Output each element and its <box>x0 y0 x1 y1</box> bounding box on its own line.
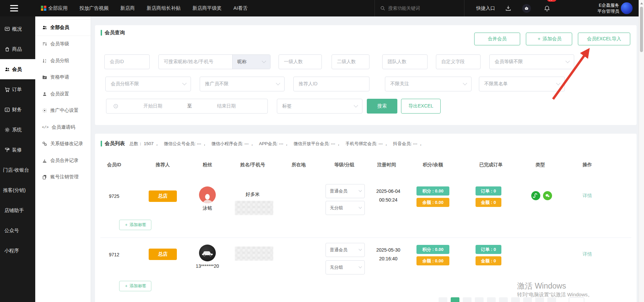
merge-members-button[interactable]: 合并会员 <box>474 33 520 45</box>
pagination-page[interactable] <box>487 297 496 302</box>
promoter-select[interactable]: 推广员不限 <box>200 77 285 91</box>
submenu-item-invite-code[interactable]: </> 会员邀请码 <box>35 119 91 136</box>
member-avatar[interactable] <box>199 186 216 203</box>
submenu-item-member-levels[interactable]: 会员等级 <box>35 36 91 53</box>
sidebar-item-distribution[interactable]: 推客(分销) <box>0 180 35 200</box>
balance-badge: 余额 : 0.00 <box>416 198 449 207</box>
submenu-item-relation-chain-log[interactable]: 关系链修改记录 <box>35 136 91 153</box>
pagination-page[interactable] <box>523 297 532 302</box>
add-tag-button[interactable]: ＋ 添加标签 <box>119 281 151 291</box>
nav-divider <box>375 0 375 16</box>
search-type-select[interactable]: 昵称 <box>232 55 270 69</box>
menu-item-group-subsidy[interactable]: 新店商组长补贴 <box>147 5 181 11</box>
search-button[interactable]: 搜索 <box>367 99 397 114</box>
sidebar-item-system[interactable]: 系统 <box>0 120 35 140</box>
referrer-id-input[interactable]: 推荐人ID <box>293 77 369 91</box>
follow-filter-select[interactable]: 不限关注 <box>385 77 472 91</box>
menu-item-new-shop[interactable]: 新店商 <box>120 5 135 11</box>
submenu-item-all-members[interactable]: 全部会员 <box>35 19 91 36</box>
scrollbar-up-arrow[interactable] <box>640 2 643 4</box>
submenu-item-member-groups[interactable]: AZ 会员分组 <box>35 52 91 69</box>
end-date-field[interactable]: 结束日期 <box>192 103 261 109</box>
reg-time: 00:50:24 <box>379 197 398 203</box>
date-range-picker[interactable]: 开始日期 至 结束日期 <box>106 99 268 114</box>
col-level-group: 等级/分组 <box>334 162 354 168</box>
level1-count-input[interactable]: 一级人数 <box>279 54 322 69</box>
level2-count-input[interactable]: 二级人数 <box>332 54 369 69</box>
detail-link[interactable]: 详情 <box>583 251 592 257</box>
pagination-page[interactable] <box>511 297 520 302</box>
pagination-page-active[interactable] <box>451 297 459 302</box>
download-button[interactable] <box>505 0 511 16</box>
reg-date: 2025-06-04 <box>376 188 400 194</box>
pagination-page[interactable] <box>535 297 544 302</box>
member-avatar[interactable] <box>199 245 216 261</box>
sidebar-item-pos[interactable]: 门店-收银台 <box>0 160 35 180</box>
chevron-down-icon <box>262 59 266 63</box>
sidebar-item-shop-assistant[interactable]: 店铺助手 <box>0 200 35 220</box>
sort-az-icon: AZ <box>42 58 47 63</box>
excel-import-button[interactable]: 会员EXCEL导入 <box>578 33 630 45</box>
member-level-select[interactable]: 会员等级不限 <box>489 54 574 69</box>
submenu-item-merge-log[interactable]: 会员合并记录 <box>35 152 91 169</box>
code-icon: </> <box>42 125 49 129</box>
referrer-badge[interactable]: 总店 <box>149 190 177 202</box>
pagination-size-box[interactable] <box>569 297 584 302</box>
member-id-input[interactable]: 会员ID <box>104 54 150 69</box>
chevron-down-icon <box>354 103 358 107</box>
row-group-select[interactable]: 无分组 <box>326 201 365 215</box>
row-level-select[interactable]: 普通会员 <box>326 184 365 198</box>
export-excel-button[interactable]: 导出EXCEL <box>401 99 441 114</box>
account-info[interactable]: E企盈服务 平台管理员 <box>582 2 619 14</box>
scrollbar[interactable] <box>639 0 644 302</box>
sidebar-item-overview[interactable]: 概况 <box>0 19 35 39</box>
custom-field-input[interactable]: 自定义字段 <box>436 54 481 69</box>
windows-activation-watermark-sub: 转到“电脑设置”以激活 Windows。 <box>517 292 593 298</box>
search-bar[interactable]: 搜索功能关键词 <box>380 0 420 16</box>
row-group-select[interactable]: 无分组 <box>326 260 365 274</box>
pagination-page[interactable] <box>439 297 447 302</box>
team-count-input[interactable]: 团队人数 <box>382 54 428 69</box>
add-member-button[interactable]: ＋ 添加会员 <box>526 33 572 45</box>
sidebar-item-products[interactable]: 商品 <box>0 39 35 59</box>
submenu-item-promotion-settings[interactable]: 推广中心设置 <box>35 102 91 119</box>
submenu-item-account-deletion[interactable]: 账号注销管理 <box>35 169 91 186</box>
keyword-search-input[interactable]: 可搜索昵称/姓名/手机号 <box>159 55 232 69</box>
pagination-page[interactable] <box>499 297 508 302</box>
row-level-select[interactable]: 普通会员 <box>326 243 365 257</box>
add-tag-button[interactable]: ＋ 添加标签 <box>119 220 151 230</box>
stat-wechat-official: 微信公众号会员: --- ， <box>164 141 207 147</box>
sidebar-item-official-account[interactable]: 公众号 <box>0 220 35 241</box>
reg-date: 2025-05-30 <box>376 247 400 253</box>
submenu-item-member-settings[interactable]: 会员设置 <box>35 86 91 102</box>
submenu-item-qualification[interactable]: 资格申请 <box>35 69 91 86</box>
detail-link[interactable]: 详情 <box>583 193 592 199</box>
start-date-field[interactable]: 开始日期 <box>118 103 187 109</box>
menu-item-ad-video[interactable]: 投放广告视频 <box>80 5 109 11</box>
scrollbar-thumb[interactable] <box>640 7 643 52</box>
chevron-down-icon <box>359 206 362 209</box>
gear-icon <box>42 108 47 113</box>
tag-select[interactable]: 标签 <box>277 99 362 114</box>
referrer-badge[interactable]: 总店 <box>149 249 177 260</box>
menu-item-level-award[interactable]: 新店商平级奖 <box>193 5 222 11</box>
sidebar-item-decoration[interactable]: 装修 <box>0 140 35 160</box>
assistant-bot-button[interactable] <box>522 0 531 16</box>
menu-item-label: 全部应用 <box>48 5 68 11</box>
clock-icon <box>113 103 118 109</box>
blacklist-filter-select[interactable]: 不限黑名单 <box>479 77 565 91</box>
hamburger-menu-icon[interactable] <box>10 5 18 11</box>
sidebar-item-members[interactable]: 会员 <box>0 59 35 79</box>
pagination-page[interactable] <box>463 297 472 302</box>
user-avatar[interactable] <box>621 2 633 14</box>
quick-entry-link[interactable]: 快捷入口 <box>476 0 495 16</box>
menu-item-all-apps[interactable]: 全部应用 <box>41 5 68 11</box>
menu-item-ai-tongue[interactable]: AI看舌 <box>234 5 248 11</box>
pagination-page[interactable] <box>475 297 484 302</box>
sidebar-item-mini-program[interactable]: 小程序 <box>0 241 35 261</box>
chevron-down-icon <box>556 81 560 85</box>
sidebar-item-orders[interactable]: 订单 <box>0 79 35 99</box>
member-group-select[interactable]: 会员分组不限 <box>105 77 191 91</box>
sidebar-item-finance[interactable]: ¥ 财务 <box>0 99 35 120</box>
pagination-page[interactable] <box>547 297 556 302</box>
